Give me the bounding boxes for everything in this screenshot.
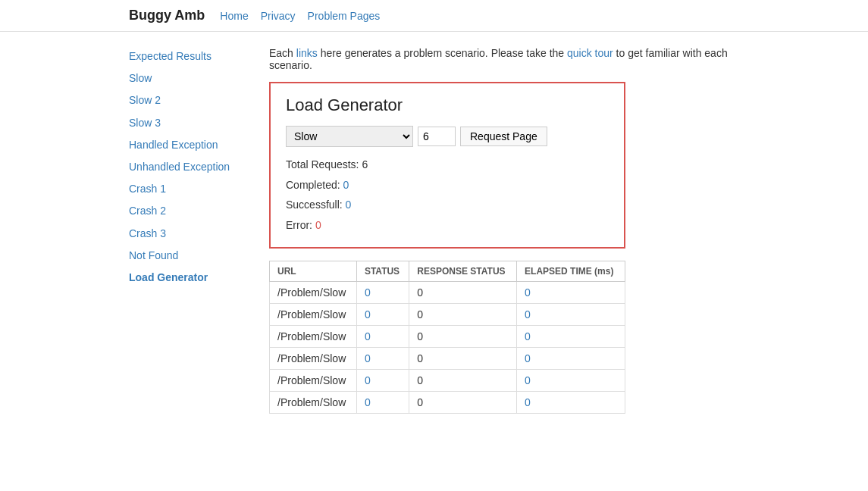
table-body: /Problem/Slow000/Problem/Slow000/Problem… [270,282,625,414]
cell-elapsed-time: 0 [517,370,625,392]
sidebar-item-not-found[interactable]: Not Found [129,246,246,265]
sidebar-item-slow[interactable]: Slow [129,69,246,88]
cell-response-status: 0 [409,392,517,414]
cell-response-status: 0 [409,348,517,370]
cell-url: /Problem/Slow [270,392,357,414]
successfull-label: Successfull: [286,199,343,211]
cell-url: /Problem/Slow [270,370,357,392]
total-requests-line: Total Requests: 6 [286,155,609,175]
request-page-button[interactable]: Request Page [460,127,547,146]
cell-response-status: 0 [409,370,517,392]
nav-home[interactable]: Home [220,10,248,22]
nav-links: Home Privacy Problem Pages [220,10,380,22]
total-requests-label: Total Requests: [286,158,359,170]
cell-status: 0 [356,370,409,392]
sidebar-item-slow3[interactable]: Slow 3 [129,114,246,133]
cell-url: /Problem/Slow [270,326,357,348]
main-layout: Expected Results Slow Slow 2 Slow 3 Hand… [0,32,868,429]
cell-elapsed-time: 0 [517,282,625,304]
load-generator-controls: Slow Slow 2 Slow 3 Handled Exception Unh… [286,126,609,147]
table-row: /Problem/Slow000 [270,370,625,392]
sidebar-item-crash1[interactable]: Crash 1 [129,180,246,199]
total-requests-value: 6 [362,158,368,170]
cell-url: /Problem/Slow [270,282,357,304]
content-area: Each links here generates a problem scen… [269,47,739,414]
intro-links-word: links [296,47,318,59]
sidebar-item-load-generator[interactable]: Load Generator [129,268,246,287]
sidebar-item-slow2[interactable]: Slow 2 [129,91,246,110]
cell-elapsed-time: 0 [517,304,625,326]
stats-block: Total Requests: 6 Completed: 0 Successfu… [286,155,609,235]
col-elapsed-time: ELAPSED TIME (ms) [517,261,625,282]
cell-elapsed-time: 0 [517,326,625,348]
sidebar-item-crash3[interactable]: Crash 3 [129,224,246,243]
col-status: STATUS [356,261,409,282]
nav-privacy[interactable]: Privacy [261,10,296,22]
intro-paragraph: Each links here generates a problem scen… [269,47,739,71]
cell-response-status: 0 [409,304,517,326]
cell-url: /Problem/Slow [270,348,357,370]
table-row: /Problem/Slow000 [270,326,625,348]
cell-url: /Problem/Slow [270,304,357,326]
completed-line: Completed: 0 [286,175,609,195]
error-label: Error: [286,219,312,231]
intro-text-middle: here generates a problem scenario. Pleas… [318,47,567,59]
cell-status: 0 [356,304,409,326]
col-response-status: RESPONSE STATUS [409,261,517,282]
cell-status: 0 [356,392,409,414]
error-value: 0 [315,219,321,231]
table-row: /Problem/Slow000 [270,348,625,370]
table-row: /Problem/Slow000 [270,282,625,304]
completed-label: Completed: [286,179,340,191]
brand-name: Buggy Amb [129,8,205,23]
successfull-line: Successfull: 0 [286,195,609,215]
table-head: URL STATUS RESPONSE STATUS ELAPSED TIME … [270,261,625,282]
sidebar-item-crash2[interactable]: Crash 2 [129,202,246,220]
load-generator-title: Load Generator [286,95,609,115]
top-nav: Buggy Amb Home Privacy Problem Pages [0,0,868,32]
nav-problem-pages[interactable]: Problem Pages [308,10,381,22]
error-line: Error: 0 [286,215,609,236]
sidebar-item-handled-exception[interactable]: Handled Exception [129,136,246,155]
successfull-value: 0 [346,199,352,211]
request-count-input[interactable]: 6 [418,127,456,146]
table-row: /Problem/Slow000 [270,392,625,414]
sidebar: Expected Results Slow Slow 2 Slow 3 Hand… [129,47,246,414]
page-select[interactable]: Slow Slow 2 Slow 3 Handled Exception Unh… [286,126,413,147]
completed-value: 0 [343,179,349,191]
results-table: URL STATUS RESPONSE STATUS ELAPSED TIME … [269,261,625,414]
cell-status: 0 [356,348,409,370]
cell-elapsed-time: 0 [517,392,625,414]
intro-text-before: Each [269,47,296,59]
cell-status: 0 [356,326,409,348]
sidebar-item-unhandled-exception[interactable]: Unhandled Exception [129,158,246,177]
cell-response-status: 0 [409,282,517,304]
cell-status: 0 [356,282,409,304]
cell-elapsed-time: 0 [517,348,625,370]
intro-quick-tour-link[interactable]: quick tour [567,47,613,59]
table-row: /Problem/Slow000 [270,304,625,326]
table-header-row: URL STATUS RESPONSE STATUS ELAPSED TIME … [270,261,625,282]
sidebar-item-expected-results[interactable]: Expected Results [129,47,246,66]
load-generator-box: Load Generator Slow Slow 2 Slow 3 Handle… [269,82,625,249]
cell-response-status: 0 [409,326,517,348]
col-url: URL [270,261,357,282]
